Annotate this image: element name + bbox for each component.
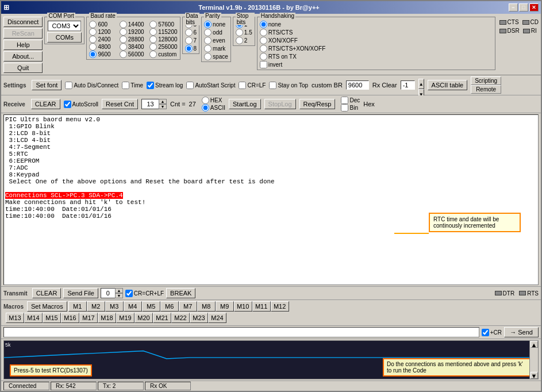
macro-btn-m12[interactable]: M12 — [271, 301, 289, 312]
send-file-button[interactable]: Send File — [63, 288, 98, 298]
parity-space[interactable] — [204, 53, 212, 60]
dbits-8[interactable] — [185, 45, 193, 52]
baud-19200[interactable] — [120, 28, 127, 36]
receive-clear-button[interactable]: CLEAR — [31, 99, 60, 109]
macro-btn-m10[interactable]: M10 — [234, 301, 252, 312]
transmit-clear-button[interactable]: CLEAR — [32, 288, 61, 298]
macro-btn-m22[interactable]: M22 — [171, 313, 190, 323]
parity-odd[interactable] — [204, 29, 212, 36]
send-button[interactable]: → Send — [504, 327, 539, 337]
macro-btn-m19[interactable]: M19 — [116, 313, 134, 323]
hs-none[interactable] — [260, 21, 267, 28]
macro-btn-m7[interactable]: M7 — [179, 301, 197, 312]
baud-4800[interactable] — [89, 43, 97, 51]
stream-log-check[interactable] — [147, 82, 154, 89]
hs-xon[interactable] — [260, 37, 267, 44]
sbits-2[interactable] — [236, 37, 243, 44]
macro-btn-m3[interactable]: M3 — [105, 301, 124, 312]
baud-600[interactable] — [89, 21, 97, 28]
baud-128000[interactable] — [149, 36, 157, 43]
baud-custom[interactable] — [149, 51, 157, 58]
rx-hex[interactable] — [202, 97, 209, 104]
macro-btn-m13[interactable]: M13 — [6, 313, 24, 323]
tx-spin-up[interactable]: ▲ — [115, 288, 123, 293]
baud-256000[interactable] — [149, 43, 157, 51]
transmit-counter[interactable]: ▲ ▼ — [101, 288, 123, 298]
reset-cnt-button[interactable]: Reset Cnt — [102, 99, 138, 109]
disconnect-button[interactable]: Disconnect — [3, 17, 43, 27]
scripting-tab[interactable]: Scripting — [471, 76, 501, 85]
parity-even[interactable] — [204, 37, 212, 44]
macro-btn-m4[interactable]: M4 — [124, 301, 142, 312]
macro-btn-m6[interactable]: M6 — [160, 301, 179, 312]
set-macros-button[interactable]: Set Macros — [27, 301, 67, 312]
stay-top-check[interactable] — [269, 82, 276, 89]
macro-btn-m18[interactable]: M18 — [98, 313, 116, 323]
coms-button[interactable]: COMs — [47, 32, 82, 43]
rx-clear-input[interactable] — [401, 80, 415, 90]
time-check[interactable] — [122, 82, 129, 89]
macro-btn-m24[interactable]: M24 — [208, 313, 226, 323]
baud-38400[interactable] — [120, 43, 127, 51]
cr-lf-tx-check[interactable] — [125, 290, 133, 297]
com-port-select[interactable]: COM3COM1COM2 — [48, 21, 81, 31]
macro-btn-m20[interactable]: M20 — [134, 313, 153, 323]
dbits-6[interactable] — [185, 29, 193, 36]
baud-56000[interactable] — [120, 51, 127, 58]
transmit-counter-input[interactable] — [101, 288, 115, 298]
counter-spinbox[interactable]: ▲ ▼ — [141, 99, 167, 109]
parity-none[interactable] — [204, 21, 212, 28]
macro-btn-m16[interactable]: M16 — [61, 313, 79, 323]
hs-rts-tx[interactable] — [260, 53, 267, 60]
about-button[interactable]: About... — [3, 51, 43, 62]
macro-btn-m5[interactable]: M5 — [142, 301, 160, 312]
baud-115200[interactable] — [149, 28, 157, 36]
hs-rtscts[interactable] — [260, 29, 267, 36]
macro-btn-m23[interactable]: M23 — [190, 313, 208, 323]
macro-btn-m21[interactable]: M21 — [153, 313, 171, 323]
minimize-button[interactable]: − — [509, 3, 518, 11]
baud-9600[interactable] — [89, 51, 97, 58]
spin-up[interactable]: ▲ — [159, 99, 167, 104]
break-button[interactable]: BREAK — [166, 288, 195, 298]
tx-spin-down[interactable]: ▼ — [115, 293, 123, 298]
rescan-button[interactable]: ReScan — [3, 28, 43, 39]
custom-br-input[interactable] — [346, 80, 369, 90]
cr-input-check[interactable] — [482, 329, 489, 336]
baud-1200[interactable] — [89, 28, 97, 36]
counter-input[interactable] — [141, 99, 159, 109]
main-input[interactable] — [3, 327, 479, 337]
baud-28800[interactable] — [120, 36, 127, 43]
cr-lf-check[interactable] — [239, 82, 246, 89]
macro-btn-m15[interactable]: M15 — [43, 313, 61, 323]
baud-14400[interactable] — [120, 21, 127, 28]
help-button[interactable]: Help — [3, 40, 43, 50]
macro-btn-m14[interactable]: M14 — [24, 313, 43, 323]
parity-mark[interactable] — [204, 45, 212, 52]
remote-tab[interactable]: Remote — [471, 85, 501, 94]
macro-btn-m1[interactable]: M1 — [68, 301, 87, 312]
dbits-7[interactable] — [185, 37, 193, 44]
hs-rtscts-xon[interactable] — [260, 45, 267, 52]
graph-scrollbar-down[interactable]: ▼ — [531, 372, 538, 379]
rx-ascii[interactable] — [202, 104, 209, 112]
quit-button[interactable]: Quit — [3, 63, 43, 73]
close-button[interactable]: ✕ — [529, 3, 539, 11]
auto-dis-connect-check[interactable] — [65, 82, 72, 89]
set-font-button[interactable]: Set font — [32, 80, 61, 90]
maximize-button[interactable]: □ — [519, 3, 528, 11]
spin-down[interactable]: ▼ — [159, 104, 167, 109]
req-resp-button[interactable]: Req/Resp — [299, 99, 336, 109]
stoplog-button[interactable]: StopLog — [264, 99, 296, 109]
macro-btn-m8[interactable]: M8 — [197, 301, 216, 312]
ascii-table-button[interactable]: ASCII table — [428, 80, 468, 90]
baud-2400[interactable] — [89, 36, 97, 43]
macro-btn-m17[interactable]: M17 — [79, 313, 98, 323]
bin-check[interactable] — [341, 104, 348, 112]
dec-check[interactable] — [341, 97, 348, 104]
autostart-check[interactable] — [186, 82, 194, 89]
macro-btn-m9[interactable]: M9 — [216, 301, 234, 312]
graph-scrollbar-up[interactable]: ▲ — [531, 341, 538, 348]
autoscroll-check[interactable] — [64, 101, 71, 108]
startlog-button[interactable]: StartLog — [229, 99, 261, 109]
